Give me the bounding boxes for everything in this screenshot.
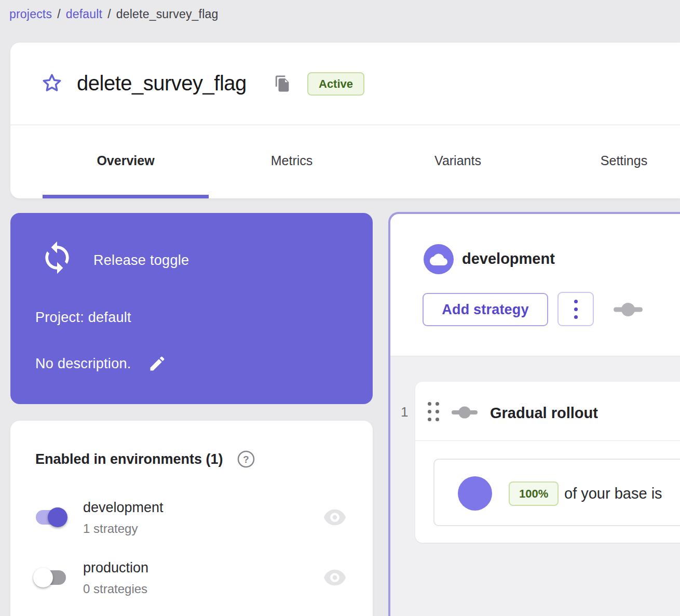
kebab-menu-icon[interactable] <box>557 292 594 326</box>
page-title: delete_survey_flag <box>77 72 247 95</box>
toggle-thumb <box>48 507 67 527</box>
rollout-percentage-badge: 100% <box>509 481 559 506</box>
kebab-dot <box>574 315 578 319</box>
rollout-description-text: of your base is <box>564 485 662 502</box>
cloud-icon <box>424 244 454 274</box>
environment-strategy-panel: development Add strategy 1 <box>388 212 680 616</box>
strategy-panel-header: development Add strategy <box>390 214 680 356</box>
toggle-thumb <box>33 568 53 587</box>
tab-settings[interactable]: Settings <box>541 125 680 198</box>
kebab-dot <box>574 307 578 311</box>
active-tab-indicator <box>43 195 209 198</box>
flag-header-card: delete_survey_flag Active Overview Metri… <box>10 43 680 198</box>
breadcrumb-separator: / <box>107 7 111 21</box>
environments-card: Enabled in environments (1) ? developmen… <box>10 421 373 616</box>
flag-type-label: Release toggle <box>93 252 189 269</box>
environment-toggle-production[interactable] <box>33 567 69 588</box>
environment-name: development <box>83 500 164 516</box>
add-strategy-button[interactable]: Add strategy <box>423 293 548 326</box>
rollout-summary-box: 100% of your base is <box>433 459 680 526</box>
environment-strategy-count: 1 strategy <box>83 521 138 536</box>
strategy-panel-environment-name: development <box>462 250 555 267</box>
slider-icon <box>614 302 643 317</box>
strategy-card: Gradual rollout 100% of your base is <box>415 382 680 543</box>
strategy-list-area: 1 Gradual rollout 100% of your base i <box>390 356 680 616</box>
flag-description-row: No description. <box>35 354 167 373</box>
breadcrumb-link-default[interactable]: default <box>66 7 102 21</box>
drag-handle-icon[interactable] <box>428 402 440 422</box>
rollout-pie-circle <box>458 476 492 511</box>
kebab-dot <box>574 300 578 303</box>
breadcrumb-separator: / <box>57 7 61 21</box>
tab-variants[interactable]: Variants <box>375 125 541 198</box>
flag-description-label: No description. <box>35 356 131 372</box>
eye-icon[interactable] <box>323 568 347 587</box>
environment-strategy-count: 0 strategies <box>83 582 147 596</box>
tab-metrics[interactable]: Metrics <box>209 125 375 198</box>
copy-icon[interactable] <box>274 75 292 92</box>
strategy-card-header: Gradual rollout <box>415 382 680 440</box>
loop-icon <box>39 240 75 275</box>
breadcrumb-link-projects[interactable]: projects <box>9 7 52 21</box>
environments-heading: Enabled in environments (1) <box>35 451 223 467</box>
breadcrumb-current: delete_survey_flag <box>116 7 219 21</box>
strategy-name: Gradual rollout <box>490 405 598 422</box>
strategy-card-divider <box>415 440 680 441</box>
status-badge: Active <box>307 72 364 96</box>
edit-pencil-icon[interactable] <box>148 354 167 373</box>
flag-overview-card: Release toggle Project: default No descr… <box>10 213 373 404</box>
svg-text:?: ? <box>243 454 249 465</box>
strategy-index: 1 <box>401 404 408 420</box>
tab-overview[interactable]: Overview <box>43 125 209 198</box>
slider-icon <box>452 406 478 419</box>
environment-toggle-development[interactable] <box>33 507 69 528</box>
breadcrumb: projects/default/delete_survey_flag <box>9 7 218 21</box>
environment-row-production: production 0 strategies <box>10 560 373 604</box>
environment-row-development: development 1 strategy <box>10 500 373 543</box>
eye-icon[interactable] <box>323 508 347 527</box>
question-mark-icon[interactable]: ? <box>237 450 255 468</box>
flag-project-label: Project: default <box>35 310 131 326</box>
favorite-star-icon[interactable] <box>40 72 63 95</box>
environment-name: production <box>83 560 148 576</box>
